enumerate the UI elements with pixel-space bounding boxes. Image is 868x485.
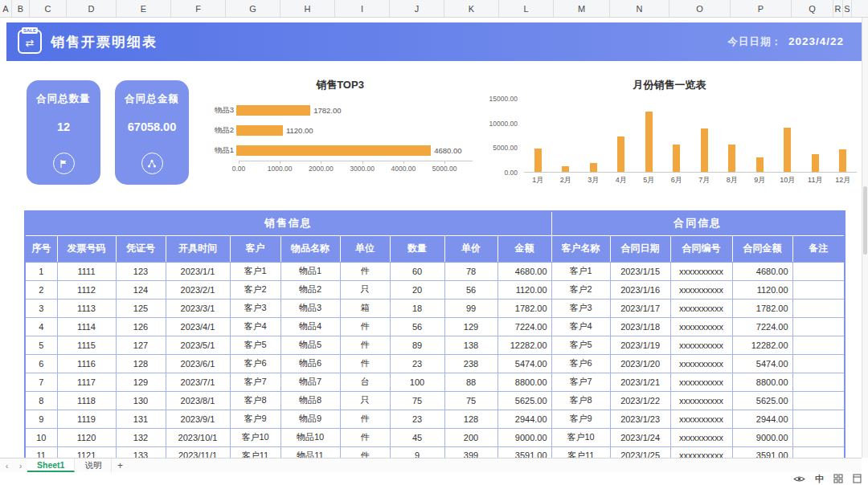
table-cell[interactable]: 56 (444, 280, 497, 299)
table-cell[interactable] (792, 299, 845, 317)
table-cell[interactable]: 5 (25, 336, 57, 354)
column-header-g[interactable]: G (226, 0, 280, 17)
monthly-bar[interactable] (784, 128, 791, 172)
table-cell[interactable]: 9 (390, 446, 444, 458)
table-cell[interactable]: 2023/1/19 (610, 336, 670, 354)
table-cell[interactable]: 9 (25, 410, 57, 428)
table-cell[interactable]: 23 (390, 410, 444, 428)
table-cell[interactable] (792, 391, 845, 410)
scrollbar-thumb[interactable] (863, 186, 867, 255)
table-cell[interactable]: 20 (390, 280, 444, 299)
column-header-e[interactable]: E (117, 0, 171, 17)
table-cell[interactable]: 客户7 (551, 373, 610, 391)
table-cell[interactable]: 56 (390, 317, 444, 336)
column-header-h[interactable]: H (280, 0, 335, 17)
column-header-p[interactable]: P (731, 0, 792, 17)
monthly-bar[interactable] (673, 145, 680, 172)
table-cell[interactable]: 2023/1/25 (610, 446, 670, 458)
table-cell[interactable]: 客户1 (551, 262, 610, 280)
table-cell[interactable]: xxxxxxxxxx (670, 446, 732, 458)
table-cell[interactable]: 物品3 (280, 299, 340, 317)
table-cell[interactable]: 只 (340, 391, 390, 410)
table-cell[interactable]: 1114 (57, 317, 116, 336)
chinese-language-icon[interactable]: 中 (815, 475, 824, 483)
table-cell[interactable]: 物品6 (280, 354, 340, 373)
table-cell[interactable]: 客户5 (551, 336, 610, 354)
table-cell[interactable]: 物品10 (280, 428, 340, 446)
table-cell[interactable]: 124 (116, 280, 166, 299)
table-cell[interactable]: 3591.00 (732, 446, 792, 458)
table-cell[interactable]: 2023/5/1 (166, 336, 230, 354)
table-cell[interactable]: 台 (340, 373, 390, 391)
table-cell[interactable]: 2023/1/15 (610, 262, 670, 280)
table-cell[interactable]: 2023/6/1 (166, 354, 230, 373)
table-cell[interactable]: 9000.00 (497, 428, 551, 446)
table-cell[interactable]: 箱 (340, 299, 390, 317)
table-cell[interactable]: 1782.00 (732, 299, 792, 317)
table-cell[interactable]: 2023/11/1 (166, 446, 230, 458)
table-cell[interactable]: 75 (444, 391, 497, 410)
table-cell[interactable]: 2023/10/1 (166, 428, 230, 446)
monthly-bar[interactable] (812, 154, 819, 172)
table-cell[interactable]: 件 (340, 428, 390, 446)
table-cell[interactable]: 客户10 (230, 428, 280, 446)
table-cell[interactable]: 件 (340, 354, 390, 373)
monthly-bar[interactable] (839, 149, 846, 172)
column-header-o[interactable]: O (669, 0, 731, 17)
table-cell[interactable]: 2023/2/1 (166, 280, 230, 299)
table-cell[interactable]: 1115 (57, 336, 116, 354)
column-header-f[interactable]: F (171, 0, 226, 17)
tab-scroll-right-icon[interactable]: › (14, 459, 27, 472)
table-cell[interactable]: 8800.00 (497, 373, 551, 391)
table-cell[interactable]: 4 (25, 317, 57, 336)
table-cell[interactable] (792, 262, 845, 280)
table-cell[interactable]: 129 (116, 373, 166, 391)
table-cell[interactable]: 123 (116, 262, 166, 280)
table-cell[interactable]: 5625.00 (732, 391, 792, 410)
monthly-bar[interactable] (728, 145, 735, 173)
table-cell[interactable]: 10 (25, 428, 57, 446)
top3-bar[interactable] (236, 145, 431, 156)
table-cell[interactable]: 件 (340, 262, 390, 280)
table-cell[interactable] (792, 280, 845, 299)
table-cell[interactable]: 2023/8/1 (166, 391, 230, 410)
table-cell[interactable]: 物品4 (280, 317, 340, 336)
table-cell[interactable]: 1119 (57, 410, 116, 428)
table-cell[interactable]: xxxxxxxxxx (670, 428, 732, 446)
table-cell[interactable]: 9000.00 (732, 428, 792, 446)
table-cell[interactable]: 2023/4/1 (166, 317, 230, 336)
table-cell[interactable]: 88 (444, 373, 497, 391)
table-cell[interactable]: 物品7 (280, 373, 340, 391)
table-cell[interactable]: 138 (444, 336, 497, 354)
table-cell[interactable]: 客户8 (230, 391, 280, 410)
column-header-i[interactable]: I (335, 0, 390, 17)
table-cell[interactable]: 126 (116, 317, 166, 336)
table-cell[interactable]: 7224.00 (497, 317, 551, 336)
table-cell[interactable]: 3 (25, 299, 57, 317)
sheet-tab-shuoming[interactable]: 说明 (75, 459, 112, 472)
monthly-bar[interactable] (534, 149, 542, 172)
monthly-chart[interactable]: 月份销售一览表 0.005000.0010000.0015000.00 1月2月… (482, 78, 857, 198)
table-cell[interactable]: xxxxxxxxxx (670, 280, 732, 299)
table-cell[interactable]: 1120.00 (732, 280, 792, 299)
table-cell[interactable]: 78 (444, 262, 497, 280)
monthly-bar[interactable] (645, 112, 653, 172)
table-cell[interactable]: 399 (444, 446, 497, 458)
column-header-l[interactable]: L (499, 0, 554, 17)
table-cell[interactable]: 2023/1/23 (610, 410, 670, 428)
table-cell[interactable]: 23 (390, 354, 444, 373)
table-cell[interactable]: 8 (25, 391, 57, 410)
table-cell[interactable]: 2944.00 (497, 410, 551, 428)
table-cell[interactable]: 5474.00 (497, 354, 551, 373)
table-cell[interactable]: 2023/1/24 (610, 428, 670, 446)
column-header-c[interactable]: C (30, 0, 67, 17)
table-cell[interactable]: 75 (390, 391, 444, 410)
table-cell[interactable]: 127 (116, 336, 166, 354)
table-cell[interactable]: 60 (390, 262, 444, 280)
table-cell[interactable]: 1117 (57, 373, 116, 391)
table-cell[interactable]: 客户10 (551, 428, 610, 446)
table-cell[interactable]: 客户7 (230, 373, 280, 391)
table-cell[interactable]: 2023/1/20 (610, 354, 670, 373)
monthly-bar[interactable] (617, 137, 624, 172)
table-cell[interactable]: 1112 (57, 280, 116, 299)
